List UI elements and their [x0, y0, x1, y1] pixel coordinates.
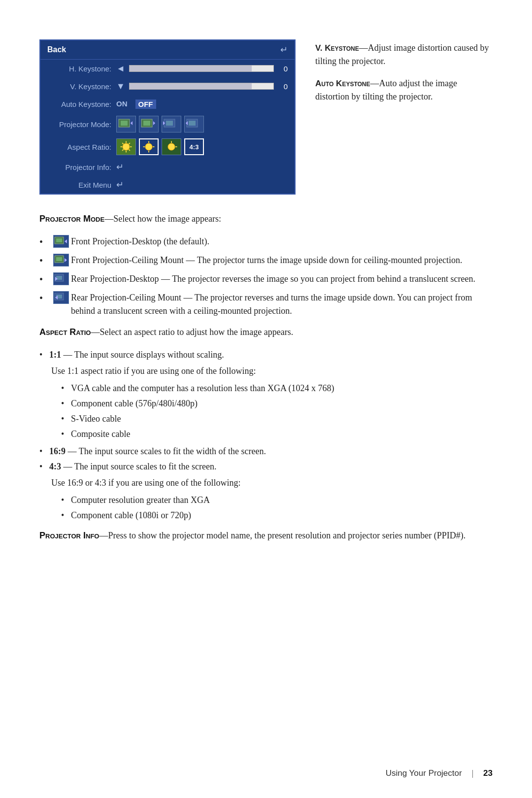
osd-back-return-icon: ↵: [280, 44, 288, 55]
auto-keystone-term: Auto Keystone: [315, 79, 370, 88]
aspect-icon-1[interactable]: [116, 138, 136, 155]
auto-keystone-on[interactable]: ON: [116, 100, 128, 109]
svg-point-26: [168, 143, 175, 150]
aspect-ratio-control: 4:3: [116, 138, 288, 155]
svg-rect-30: [56, 238, 62, 242]
svg-point-12: [123, 143, 130, 150]
v-keystone-term: V. Keystone: [315, 43, 359, 53]
exit-menu-control[interactable]: ↵: [116, 179, 288, 190]
mode-icon-4[interactable]: [184, 116, 204, 133]
osd-back-label[interactable]: Back: [47, 45, 66, 54]
svg-marker-31: [65, 239, 67, 243]
aspect-ratio-list: 1:1 — The input source displays without …: [39, 348, 493, 522]
svg-rect-33: [56, 257, 62, 261]
projector-mode-section: Projector Mode—Select how the image appe…: [39, 212, 493, 226]
h-keystone-fill: [130, 66, 252, 71]
projector-info-section: Projector Info—Press to show the project…: [39, 529, 493, 543]
projector-mode-control: [116, 116, 288, 133]
osd-row-exit-menu: Exit Menu ↵: [40, 176, 295, 194]
mode-bullet-icon-1: [53, 235, 69, 248]
aspect-ratio-item-16-9: 16:9 — The input source scales to fit th…: [39, 445, 493, 458]
aspect-icon-4-3[interactable]: 4:3: [184, 138, 204, 155]
osd-row-auto-keystone: Auto Keystone: ON OFF: [40, 95, 295, 113]
osd-row-v-keystone: V. Keystone: ▼ 0: [40, 77, 295, 95]
projector-info-return-icon: ↵: [116, 162, 124, 172]
sub-list-item: Component cable (1080i or 720p): [61, 509, 493, 522]
h-keystone-arrow-left[interactable]: ◄: [116, 64, 125, 74]
projector-mode-label: Projector Mode:: [47, 120, 116, 129]
mode-icons: [116, 116, 204, 133]
v-keystone-label: V. Keystone:: [47, 82, 116, 91]
footer-separator: |: [472, 768, 473, 778]
sub-list-item: S-Video cable: [61, 412, 493, 426]
auto-keystone-description: Auto Keystone—Auto adjust the image dist…: [315, 77, 493, 103]
osd-description-panel: V. Keystone—Adjust image distortion caus…: [315, 39, 493, 195]
aspect-ratio-label: Aspect Ratio:: [47, 143, 116, 151]
v-keystone-control: ▼ 0: [116, 81, 288, 92]
h-keystone-value: 0: [278, 65, 288, 73]
osd-row-h-keystone: H. Keystone: ◄ 0: [40, 60, 295, 77]
sub-list-item: Computer resolution greater than XGA: [61, 494, 493, 507]
mode-icon-2[interactable]: [139, 116, 159, 133]
svg-marker-2: [131, 121, 133, 125]
svg-rect-1: [121, 121, 128, 126]
aspect-ratio-heading: Aspect Ratio: [39, 327, 91, 337]
projector-info-control[interactable]: ↵: [116, 162, 288, 172]
mode-bullet-icon-3: [53, 272, 69, 285]
h-keystone-label: H. Keystone:: [47, 65, 116, 73]
aspect-16-9-label: 16:9: [49, 446, 66, 456]
aspect-ratio-item-1-1: 1:1 — The input source displays without …: [39, 348, 493, 441]
bullet-dot: •: [39, 291, 51, 305]
osd-row-projector-info: Projector Info: ↵: [40, 158, 295, 176]
svg-marker-5: [153, 121, 155, 125]
list-item: • Rear Projection-Desktop — The projecto…: [39, 272, 493, 286]
sub-list-item: Component cable (576p/480i/480p): [61, 397, 493, 410]
projector-info-text: Press to show the projector model name, …: [108, 531, 466, 540]
svg-line-18: [129, 149, 130, 151]
aspect-icons: 4:3: [116, 138, 204, 155]
aspect-1-1-sublist: VGA cable and the computer has a resolut…: [49, 382, 493, 441]
projector-info-dash: —: [99, 531, 108, 540]
svg-line-20: [122, 149, 124, 151]
aspect-4-3-label: 4:3: [49, 462, 61, 471]
auto-keystone-dash: —: [370, 78, 379, 88]
aspect-4-3-note: Use 16:9 or 4:3 if you are using one of …: [51, 476, 493, 490]
page-footer: Using Your Projector | 23: [39, 768, 493, 778]
projector-mode-intro: Select how the image appears:: [113, 214, 221, 224]
h-keystone-slider[interactable]: [129, 65, 274, 72]
exit-menu-label: Exit Menu: [47, 181, 116, 189]
projector-mode-dash: —: [104, 214, 113, 224]
mode-icon-3[interactable]: [162, 116, 181, 133]
osd-panel: Back ↵ H. Keystone: ◄ 0 V. Keystone: ▼: [39, 39, 296, 195]
h-keystone-control: ◄ 0: [116, 64, 288, 74]
aspect-1-1-label: 1:1: [49, 350, 61, 360]
svg-point-21: [145, 143, 152, 150]
svg-rect-10: [189, 121, 196, 126]
projector-info-heading: Projector Info: [39, 531, 99, 540]
list-item: • Front Projection-Ceiling Mount — The p…: [39, 254, 493, 267]
svg-rect-7: [166, 121, 173, 126]
osd-section: Back ↵ H. Keystone: ◄ 0 V. Keystone: ▼: [39, 39, 493, 195]
osd-row-aspect-ratio: Aspect Ratio:: [40, 135, 295, 158]
projector-mode-bullet-2-text: Front Projection-Ceiling Mount — The pro…: [71, 254, 493, 267]
page-container: Back ↵ H. Keystone: ◄ 0 V. Keystone: ▼: [0, 0, 532, 591]
sub-list-item: VGA cable and the computer has a resolut…: [61, 382, 493, 395]
projector-mode-bullet-4-text: Rear Projection-Ceiling Mount — The proj…: [71, 291, 493, 318]
content-body: Projector Mode—Select how the image appe…: [39, 212, 493, 543]
v-keystone-slider[interactable]: [129, 83, 274, 90]
svg-line-19: [129, 143, 130, 144]
projector-info-label: Projector Info:: [47, 163, 116, 171]
bullet-dot: •: [39, 235, 51, 249]
aspect-ratio-item-4-3: 4:3 — The input source scales to fit the…: [39, 460, 493, 522]
aspect-ratio-dash: —: [91, 327, 100, 337]
mode-icon-1[interactable]: [116, 116, 136, 133]
auto-keystone-off[interactable]: OFF: [135, 100, 156, 109]
on-off-control: ON OFF: [116, 100, 156, 109]
aspect-icon-2[interactable]: [139, 138, 159, 155]
aspect-ratio-section: Aspect Ratio—Select an aspect ratio to a…: [39, 326, 493, 339]
svg-rect-4: [143, 121, 150, 126]
osd-row-projector-mode: Projector Mode:: [40, 113, 295, 135]
aspect-ratio-intro: Select an aspect ratio to adjust how the…: [100, 327, 293, 337]
aspect-icon-3[interactable]: [162, 138, 181, 155]
v-keystone-arrow[interactable]: ▼: [116, 81, 125, 92]
